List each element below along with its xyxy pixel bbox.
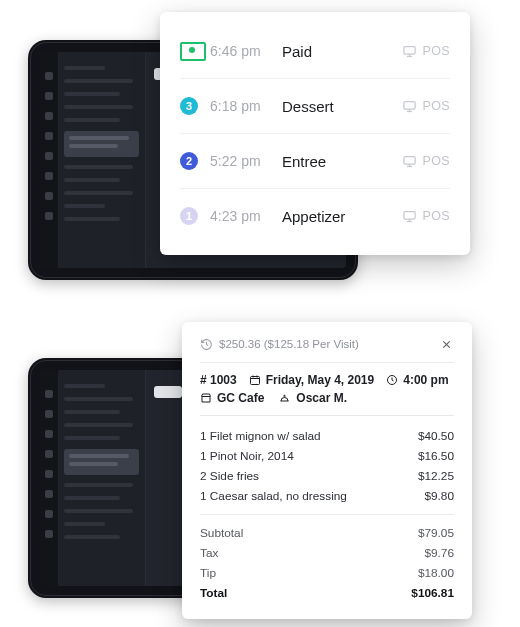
- receipt-line-item: 1 Filet mignon w/ salad$40.50: [200, 426, 454, 446]
- svg-rect-6: [404, 156, 415, 164]
- svg-rect-14: [250, 377, 259, 385]
- tablet-list-column: [58, 52, 146, 268]
- tablet-icon-rail: [40, 370, 58, 586]
- event-time: 4:23 pm: [210, 208, 282, 224]
- history-icon: [200, 338, 213, 351]
- order-events-card: 6:46 pmPaidPOS36:18 pmDessertPOS25:22 pm…: [160, 12, 470, 255]
- close-button[interactable]: [438, 336, 454, 352]
- server: Oscar M.: [278, 391, 347, 405]
- venue: GC Cafe: [200, 391, 264, 405]
- event-time: 6:46 pm: [210, 43, 282, 59]
- event-label: Entree: [282, 153, 402, 170]
- event-label: Paid: [282, 43, 402, 60]
- clock-icon: [386, 374, 398, 386]
- event-time: 5:22 pm: [210, 153, 282, 169]
- calendar-icon: [249, 374, 261, 386]
- step-badge-icon: 3: [180, 97, 210, 115]
- order-date: Friday, May 4, 2019: [249, 373, 375, 387]
- svg-rect-9: [404, 211, 415, 219]
- pos-terminal-icon: [402, 99, 417, 114]
- order-number: # 1003: [200, 373, 237, 387]
- event-source: POS: [402, 209, 450, 224]
- cash-icon: [180, 42, 210, 61]
- spend-summary: $250.36 ($125.18 Per Visit): [219, 338, 359, 350]
- event-label: Dessert: [282, 98, 402, 115]
- tax-row: Tax$9.76: [200, 543, 454, 563]
- receipt-card: $250.36 ($125.18 Per Visit) # 1003 F: [182, 322, 472, 619]
- event-row[interactable]: 25:22 pmEntreePOS: [180, 133, 450, 188]
- order-time: 4:00 pm: [386, 373, 448, 387]
- svg-rect-0: [404, 46, 415, 54]
- event-row[interactable]: 36:18 pmDessertPOS: [180, 78, 450, 133]
- pos-terminal-icon: [402, 209, 417, 224]
- step-badge-icon: 2: [180, 152, 210, 170]
- event-row[interactable]: 6:46 pmPaidPOS: [180, 24, 450, 78]
- receipt-line-item: 2 Side fries$12.25: [200, 466, 454, 486]
- event-label: Appetizer: [282, 208, 402, 225]
- svg-rect-3: [404, 101, 415, 109]
- event-time: 6:18 pm: [210, 98, 282, 114]
- receipt-line-item: 1 Caesar salad, no dressing$9.80: [200, 486, 454, 506]
- receipt-line-item: 1 Pinot Noir, 2014$16.50: [200, 446, 454, 466]
- event-source: POS: [402, 154, 450, 169]
- total-row: Total$106.81: [200, 583, 454, 603]
- event-source: POS: [402, 99, 450, 114]
- event-row[interactable]: 14:23 pmAppetizerPOS: [180, 188, 450, 243]
- tablet-list-column: [58, 370, 146, 586]
- svg-point-19: [284, 395, 286, 397]
- pos-terminal-icon: [402, 44, 417, 59]
- subtotal-row: Subtotal$79.05: [200, 523, 454, 543]
- tip-row: Tip$18.00: [200, 563, 454, 583]
- step-badge-icon: 1: [180, 207, 210, 225]
- tablet-icon-rail: [40, 52, 58, 268]
- event-source: POS: [402, 44, 450, 59]
- server-bell-icon: [278, 392, 291, 404]
- pos-terminal-icon: [402, 154, 417, 169]
- store-icon: [200, 392, 212, 404]
